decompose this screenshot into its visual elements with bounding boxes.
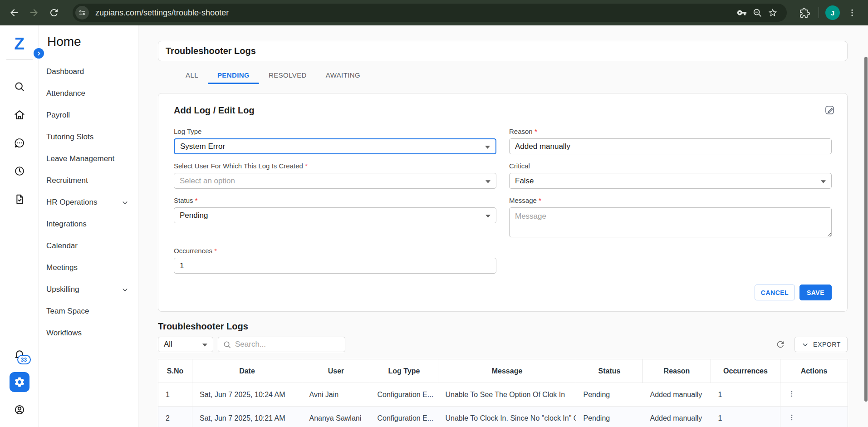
settings-gear-icon[interactable]	[10, 372, 29, 392]
form-title: Add Log / Edit Log	[174, 105, 832, 116]
browser-menu-kebab-icon[interactable]	[844, 5, 860, 20]
tab[interactable]: PENDING	[208, 65, 259, 85]
logs-section-title: Troubleshooter Logs	[158, 321, 848, 332]
reload-icon[interactable]	[45, 4, 63, 21]
cell-user: Ananya Sawlani	[302, 407, 370, 427]
sidebar-item[interactable]: Payroll	[46, 104, 138, 126]
password-key-icon[interactable]	[734, 5, 750, 20]
account-person-icon[interactable]	[14, 404, 25, 416]
edit-icon[interactable]	[824, 104, 835, 118]
column-header: Actions	[780, 359, 848, 383]
cell-status: Pending	[576, 407, 643, 427]
page-title-card: Troubleshooter Logs	[158, 41, 848, 61]
column-header: S.No	[158, 359, 192, 383]
cancel-button[interactable]: CANCEL	[755, 285, 795, 300]
chat-icon[interactable]	[14, 137, 25, 149]
column-header: Occurrences	[711, 359, 780, 383]
log-type-select[interactable]: System Error	[174, 138, 496, 154]
caret-down-icon	[202, 340, 207, 349]
forward-icon[interactable]	[25, 4, 43, 21]
tab[interactable]: RESOLVED	[259, 65, 316, 85]
occurrences-input[interactable]	[174, 258, 496, 274]
cell-actions	[780, 383, 848, 407]
task-document-icon[interactable]	[14, 193, 25, 205]
icon-rail: Z 33	[0, 25, 39, 427]
select-user-field: Select User For Which This Log Is Create…	[174, 162, 496, 189]
url-bar[interactable]: zupians.com/settings/trouble-shooter	[73, 4, 787, 22]
tab[interactable]: AWAITING	[316, 65, 370, 85]
sidebar-items: Dashboard Attendance Payroll	[46, 61, 138, 344]
logs-controls: All EXPORT	[158, 337, 848, 352]
column-header: Reason	[643, 359, 711, 383]
home-icon[interactable]	[14, 109, 25, 121]
critical-select[interactable]: False	[509, 173, 832, 189]
clock-icon[interactable]	[14, 165, 25, 177]
table-row[interactable]: 2 Sat, Jun 7 2025, 10:21 AM Ananya Sawla…	[158, 407, 848, 427]
message-textarea[interactable]	[509, 207, 832, 237]
table-row[interactable]: 1 Sat, Jun 7 2025, 10:24 AM Avni Jain Co…	[158, 383, 848, 407]
back-icon[interactable]	[5, 4, 23, 21]
sidebar-collapse-icon[interactable]	[33, 47, 45, 59]
app-logo[interactable]: Z	[14, 35, 25, 52]
extensions-puzzle-icon[interactable]	[797, 5, 812, 20]
sidebar-item[interactable]: Team Space	[46, 300, 138, 322]
bookmark-star-icon[interactable]	[765, 5, 780, 20]
tab[interactable]: ALL	[176, 65, 208, 85]
sidebar-item[interactable]: Attendance	[46, 83, 138, 104]
search-icon	[223, 340, 231, 349]
status-field: Status * Pending	[174, 196, 496, 239]
log-filter-select[interactable]: All	[158, 337, 213, 352]
sidebar-item[interactable]: Leave Management	[46, 148, 138, 170]
row-actions-kebab-icon[interactable]	[788, 390, 796, 398]
status-select[interactable]: Pending	[174, 207, 496, 223]
cell-sno: 2	[158, 407, 192, 427]
reason-input[interactable]	[509, 138, 832, 154]
url-text[interactable]: zupians.com/settings/trouble-shooter	[95, 8, 734, 18]
cell-occurrences: 1	[711, 383, 780, 407]
zoom-out-icon[interactable]	[750, 5, 765, 20]
sidebar-item[interactable]: Upskilling	[46, 279, 138, 300]
sidebar-item[interactable]: Workflows	[46, 322, 138, 344]
sidebar-item[interactable]: Meetings	[46, 257, 138, 279]
search-icon[interactable]	[14, 81, 25, 93]
status-tabs: ALL PENDING RESOLVED AWAITING	[176, 65, 848, 85]
save-button[interactable]: SAVE	[799, 285, 832, 300]
search-box	[218, 337, 345, 352]
critical-field: Critical False	[509, 162, 832, 189]
column-header: User	[302, 359, 370, 383]
column-header: Status	[576, 359, 643, 383]
column-header: Log Type	[370, 359, 438, 383]
cell-reason: Added manually	[643, 383, 711, 407]
table-header-row: S.NoDateUserLog TypeMessageStatusReasonO…	[158, 359, 848, 383]
refresh-icon[interactable]	[775, 339, 785, 349]
profile-avatar[interactable]: J	[825, 5, 840, 20]
sidebar-item[interactable]: Integrations	[46, 213, 138, 235]
site-settings-icon[interactable]	[75, 6, 89, 20]
browser-toolbar: zupians.com/settings/trouble-shooter J	[0, 0, 868, 25]
chevron-down-icon	[801, 341, 809, 348]
sidebar-item[interactable]: Calendar	[46, 235, 138, 257]
page-scrollbar[interactable]	[864, 57, 868, 402]
sidebar-item[interactable]: Tutoring Slots	[46, 126, 138, 148]
cell-reason: Added manually	[643, 407, 711, 427]
select-user-select[interactable]: Select an option	[174, 173, 496, 189]
main-content: Troubleshooter Logs ALL PENDING RESOLVED	[138, 25, 868, 427]
notifications-bell-icon[interactable]: 33	[14, 348, 25, 360]
notification-badge: 33	[17, 355, 31, 364]
search-input[interactable]	[235, 340, 340, 349]
row-actions-kebab-icon[interactable]	[788, 413, 796, 422]
browser-actions: J	[794, 5, 863, 20]
cell-message: Unable To See The Option Of Clok In	[438, 383, 576, 407]
log-type-field: Log Type System Error	[174, 128, 496, 154]
sidebar-item[interactable]: HR Operations	[46, 191, 138, 213]
reason-field: Reason *	[509, 128, 832, 154]
sidebar-item[interactable]: Dashboard	[46, 61, 138, 83]
add-edit-log-form: Add Log / Edit Log Log Type System Error…	[158, 93, 848, 312]
sidebar-item[interactable]: Recruitment	[46, 170, 138, 191]
sidebar-title: Home	[46, 34, 138, 49]
logs-table: S.NoDateUserLog TypeMessageStatusReasonO…	[158, 359, 848, 427]
export-button[interactable]: EXPORT	[794, 337, 848, 352]
caret-down-icon	[485, 211, 490, 220]
page-title: Troubleshooter Logs	[166, 46, 256, 56]
cell-date: Sat, Jun 7 2025, 10:21 AM	[192, 407, 302, 427]
